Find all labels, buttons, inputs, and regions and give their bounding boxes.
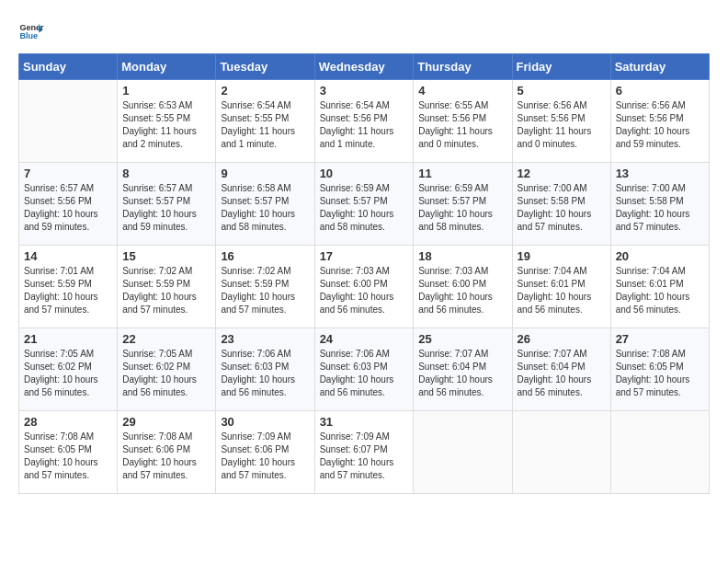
calendar-cell: 16Sunrise: 7:02 AMSunset: 5:59 PMDayligh…	[216, 246, 314, 328]
cell-info: Sunrise: 7:00 AMSunset: 5:58 PMDaylight:…	[616, 182, 704, 234]
day-number: 3	[320, 84, 409, 98]
day-number: 11	[418, 167, 506, 180]
calendar-cell: 7Sunrise: 6:57 AMSunset: 5:56 PMDaylight…	[19, 163, 118, 246]
day-number: 16	[221, 249, 309, 263]
calendar-cell: 12Sunrise: 7:00 AMSunset: 5:58 PMDayligh…	[512, 163, 610, 246]
cell-info: Sunrise: 7:06 AMSunset: 6:03 PMDaylight:…	[320, 348, 409, 399]
calendar-cell: 1Sunrise: 6:53 AMSunset: 5:55 PMDaylight…	[118, 80, 216, 163]
calendar-cell: 13Sunrise: 7:00 AMSunset: 5:58 PMDayligh…	[610, 163, 709, 246]
calendar-cell: 21Sunrise: 7:05 AMSunset: 6:02 PMDayligh…	[19, 328, 118, 411]
day-number: 8	[122, 167, 210, 180]
cell-info: Sunrise: 7:07 AMSunset: 6:04 PMDaylight:…	[418, 348, 506, 399]
day-number: 2	[221, 84, 309, 98]
day-number: 24	[320, 332, 409, 346]
calendar-cell: 2Sunrise: 6:54 AMSunset: 5:55 PMDaylight…	[216, 80, 314, 163]
day-number: 22	[122, 332, 210, 346]
day-number: 28	[24, 415, 112, 429]
calendar-cell: 15Sunrise: 7:02 AMSunset: 5:59 PMDayligh…	[118, 246, 216, 328]
day-number: 23	[221, 332, 309, 346]
calendar-cell: 26Sunrise: 7:07 AMSunset: 6:04 PMDayligh…	[512, 328, 610, 411]
calendar-cell: 18Sunrise: 7:03 AMSunset: 6:00 PMDayligh…	[414, 246, 512, 328]
week-row-4: 21Sunrise: 7:05 AMSunset: 6:02 PMDayligh…	[19, 328, 710, 411]
day-number: 19	[518, 249, 606, 263]
cell-info: Sunrise: 7:04 AMSunset: 6:01 PMDaylight:…	[616, 265, 704, 316]
calendar-cell	[512, 411, 610, 494]
calendar-cell: 30Sunrise: 7:09 AMSunset: 6:06 PMDayligh…	[216, 411, 314, 494]
cell-info: Sunrise: 7:08 AMSunset: 6:06 PMDaylight:…	[122, 431, 210, 482]
day-header-monday: Monday	[118, 54, 216, 80]
cell-info: Sunrise: 6:59 AMSunset: 5:57 PMDaylight:…	[418, 182, 506, 234]
day-number: 25	[418, 332, 506, 346]
calendar-cell: 17Sunrise: 7:03 AMSunset: 6:00 PMDayligh…	[314, 246, 414, 328]
cell-info: Sunrise: 7:01 AMSunset: 5:59 PMDaylight:…	[24, 265, 112, 316]
calendar-cell: 20Sunrise: 7:04 AMSunset: 6:01 PMDayligh…	[610, 246, 709, 328]
calendar-cell: 27Sunrise: 7:08 AMSunset: 6:05 PMDayligh…	[610, 328, 709, 411]
calendar-cell: 23Sunrise: 7:06 AMSunset: 6:03 PMDayligh…	[216, 328, 314, 411]
day-number: 13	[616, 167, 704, 180]
calendar-cell: 8Sunrise: 6:57 AMSunset: 5:57 PMDaylight…	[118, 163, 216, 246]
day-number: 4	[418, 84, 506, 98]
cell-info: Sunrise: 7:04 AMSunset: 6:01 PMDaylight:…	[518, 265, 606, 316]
day-number: 1	[122, 84, 210, 98]
cell-info: Sunrise: 6:56 AMSunset: 5:56 PMDaylight:…	[518, 99, 606, 151]
header-row: SundayMondayTuesdayWednesdayThursdayFrid…	[19, 54, 710, 80]
week-row-5: 28Sunrise: 7:08 AMSunset: 6:05 PMDayligh…	[19, 411, 710, 494]
calendar-cell	[414, 411, 512, 494]
day-number: 30	[221, 415, 309, 429]
day-number: 29	[122, 415, 210, 429]
cell-info: Sunrise: 6:56 AMSunset: 5:56 PMDaylight:…	[616, 99, 704, 151]
calendar-cell	[19, 80, 118, 163]
day-number: 5	[518, 84, 606, 98]
day-number: 27	[616, 332, 704, 346]
svg-text:Blue: Blue	[19, 31, 38, 40]
day-number: 6	[616, 84, 704, 98]
cell-info: Sunrise: 7:03 AMSunset: 6:00 PMDaylight:…	[320, 265, 409, 316]
calendar-cell: 9Sunrise: 6:58 AMSunset: 5:57 PMDaylight…	[216, 163, 314, 246]
day-number: 20	[616, 249, 704, 263]
cell-info: Sunrise: 6:58 AMSunset: 5:57 PMDaylight:…	[221, 182, 309, 234]
logo: General Blue	[18, 18, 44, 44]
cell-info: Sunrise: 6:57 AMSunset: 5:57 PMDaylight:…	[122, 182, 210, 234]
cell-info: Sunrise: 7:00 AMSunset: 5:58 PMDaylight:…	[518, 182, 606, 234]
calendar-cell: 25Sunrise: 7:07 AMSunset: 6:04 PMDayligh…	[414, 328, 512, 411]
cell-info: Sunrise: 7:05 AMSunset: 6:02 PMDaylight:…	[24, 348, 112, 399]
cell-info: Sunrise: 7:09 AMSunset: 6:07 PMDaylight:…	[320, 431, 409, 482]
cell-info: Sunrise: 6:59 AMSunset: 5:57 PMDaylight:…	[320, 182, 409, 234]
calendar-cell: 10Sunrise: 6:59 AMSunset: 5:57 PMDayligh…	[314, 163, 414, 246]
calendar-cell: 3Sunrise: 6:54 AMSunset: 5:56 PMDaylight…	[314, 80, 414, 163]
day-number: 18	[418, 249, 506, 263]
week-row-2: 7Sunrise: 6:57 AMSunset: 5:56 PMDaylight…	[19, 163, 710, 246]
cell-info: Sunrise: 7:07 AMSunset: 6:04 PMDaylight:…	[518, 348, 606, 399]
cell-info: Sunrise: 7:02 AMSunset: 5:59 PMDaylight:…	[122, 265, 210, 316]
cell-info: Sunrise: 7:08 AMSunset: 6:05 PMDaylight:…	[616, 348, 704, 399]
day-number: 7	[24, 167, 112, 180]
week-row-3: 14Sunrise: 7:01 AMSunset: 5:59 PMDayligh…	[19, 246, 710, 328]
day-number: 31	[320, 415, 409, 429]
calendar-cell: 6Sunrise: 6:56 AMSunset: 5:56 PMDaylight…	[610, 80, 709, 163]
day-header-friday: Friday	[512, 54, 610, 80]
day-header-tuesday: Tuesday	[216, 54, 314, 80]
day-number: 15	[122, 249, 210, 263]
day-header-wednesday: Wednesday	[314, 54, 414, 80]
day-number: 12	[518, 167, 606, 180]
calendar-cell: 5Sunrise: 6:56 AMSunset: 5:56 PMDaylight…	[512, 80, 610, 163]
calendar-cell: 4Sunrise: 6:55 AMSunset: 5:56 PMDaylight…	[414, 80, 512, 163]
calendar-cell: 22Sunrise: 7:05 AMSunset: 6:02 PMDayligh…	[118, 328, 216, 411]
logo-icon: General Blue	[18, 18, 44, 44]
day-number: 9	[221, 167, 309, 180]
cell-info: Sunrise: 6:57 AMSunset: 5:56 PMDaylight:…	[24, 182, 112, 234]
cell-info: Sunrise: 6:54 AMSunset: 5:55 PMDaylight:…	[221, 99, 309, 151]
header: General Blue	[18, 18, 710, 44]
cell-info: Sunrise: 6:53 AMSunset: 5:55 PMDaylight:…	[122, 99, 210, 151]
calendar-cell: 28Sunrise: 7:08 AMSunset: 6:05 PMDayligh…	[19, 411, 118, 494]
calendar-cell: 19Sunrise: 7:04 AMSunset: 6:01 PMDayligh…	[512, 246, 610, 328]
calendar-cell: 11Sunrise: 6:59 AMSunset: 5:57 PMDayligh…	[414, 163, 512, 246]
day-number: 10	[320, 167, 409, 180]
day-header-saturday: Saturday	[610, 54, 709, 80]
day-header-thursday: Thursday	[414, 54, 512, 80]
day-number: 21	[24, 332, 112, 346]
day-header-sunday: Sunday	[19, 54, 118, 80]
week-row-1: 1Sunrise: 6:53 AMSunset: 5:55 PMDaylight…	[19, 80, 710, 163]
calendar-cell: 29Sunrise: 7:08 AMSunset: 6:06 PMDayligh…	[118, 411, 216, 494]
cell-info: Sunrise: 7:08 AMSunset: 6:05 PMDaylight:…	[24, 431, 112, 482]
